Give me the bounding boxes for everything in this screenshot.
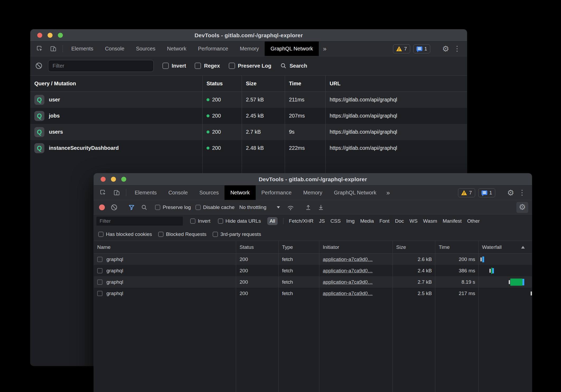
filter-chip-all[interactable]: All xyxy=(267,217,278,225)
close-button[interactable] xyxy=(101,177,106,182)
tab-console[interactable]: Console xyxy=(99,41,130,56)
filter-chip-manifest[interactable]: Manifest xyxy=(443,218,462,224)
table-row[interactable]: QinstanceSecurityDashboard 200 2.48 kB 2… xyxy=(30,140,467,156)
import-har-icon[interactable] xyxy=(302,204,315,211)
record-button[interactable] xyxy=(99,204,105,210)
filter-chip-fetch-xhr[interactable]: Fetch/XHR xyxy=(289,218,314,224)
column-header-waterfall[interactable]: Waterfall xyxy=(478,241,532,253)
tab-network[interactable]: Network xyxy=(161,41,192,56)
warnings-badge[interactable]: 7 xyxy=(458,188,475,197)
throttling-select[interactable]: No throttling xyxy=(239,204,280,210)
column-header-size[interactable]: Size xyxy=(392,241,435,253)
checkbox-box[interactable] xyxy=(195,205,201,210)
filter-chip-media[interactable]: Media xyxy=(360,218,374,224)
row-checkbox[interactable] xyxy=(97,279,102,285)
tab-performance[interactable]: Performance xyxy=(256,185,298,200)
column-header-time[interactable]: Time xyxy=(285,76,325,91)
search-button[interactable]: Search xyxy=(280,62,307,69)
more-tabs-icon[interactable]: » xyxy=(319,41,331,56)
column-header-type[interactable]: Type xyxy=(278,241,319,253)
column-header-status[interactable]: Status xyxy=(236,241,278,253)
search-icon[interactable] xyxy=(138,204,151,211)
has-blocked-cookies-checkbox[interactable]: Has blocked cookies xyxy=(98,231,152,237)
checkbox-box[interactable] xyxy=(162,63,169,69)
table-row[interactable]: Quser 200 2.57 kB 211ms https://gitlab.c… xyxy=(30,92,467,108)
tab-memory[interactable]: Memory xyxy=(297,185,328,200)
regex-checkbox[interactable]: Regex xyxy=(195,63,220,69)
filter-funnel-icon[interactable] xyxy=(125,204,138,211)
minimize-button[interactable] xyxy=(48,33,53,38)
column-header-url[interactable]: URL xyxy=(325,76,467,91)
checkbox-box[interactable] xyxy=(218,218,223,224)
column-header-name[interactable]: Name xyxy=(94,241,236,253)
preserve-log-checkbox[interactable]: Preserve log xyxy=(155,204,191,210)
initiator-link[interactable]: application-a7ca9d0… xyxy=(323,256,373,262)
filter-input[interactable] xyxy=(48,60,154,72)
column-header-initiator[interactable]: Initiator xyxy=(319,241,392,253)
inspect-element-icon[interactable] xyxy=(30,41,46,56)
tab-graphql-network[interactable]: GraphQL Network xyxy=(265,41,319,56)
table-row[interactable]: graphql 200 fetch application-a7ca9d0… 2… xyxy=(94,265,532,276)
table-row[interactable]: Qusers 200 2.7 kB 9s https://gitlab.com/… xyxy=(30,124,467,140)
preserve-log-checkbox[interactable]: Preserve Log xyxy=(229,63,272,69)
third-party-requests-checkbox[interactable]: 3rd-party requests xyxy=(213,231,261,237)
minimize-button[interactable] xyxy=(111,177,116,182)
initiator-link[interactable]: application-a7ca9d0… xyxy=(323,279,373,285)
hide-data-urls-checkbox[interactable]: Hide data URLs xyxy=(218,218,261,224)
checkbox-box[interactable] xyxy=(190,218,195,224)
zoom-button[interactable] xyxy=(58,33,63,38)
column-header-query-mutation[interactable]: Query / Mutation xyxy=(30,76,202,91)
filter-chip-css[interactable]: CSS xyxy=(330,218,341,224)
table-row[interactable]: graphql 200 fetch application-a7ca9d0… 2… xyxy=(94,276,532,288)
filter-input[interactable] xyxy=(96,217,183,226)
tab-sources[interactable]: Sources xyxy=(130,41,161,56)
checkbox-box[interactable] xyxy=(158,232,163,237)
filter-chip-other[interactable]: Other xyxy=(467,218,480,224)
warnings-badge[interactable]: 7 xyxy=(393,44,410,53)
network-conditions-icon[interactable] xyxy=(284,203,297,211)
filter-chip-img[interactable]: Img xyxy=(346,218,355,224)
initiator-link[interactable]: application-a7ca9d0… xyxy=(323,268,373,274)
filter-chip-wasm[interactable]: Wasm xyxy=(423,218,437,224)
row-checkbox[interactable] xyxy=(97,291,102,296)
column-header-time[interactable]: Time xyxy=(435,241,478,253)
table-row[interactable]: graphql 200 fetch application-a7ca9d0… 2… xyxy=(94,254,532,265)
filter-chip-font[interactable]: Font xyxy=(379,218,389,224)
checkbox-box[interactable] xyxy=(98,232,104,237)
clear-icon[interactable] xyxy=(107,204,121,211)
initiator-link[interactable]: application-a7ca9d0… xyxy=(323,291,373,296)
block-icon[interactable] xyxy=(35,62,43,70)
settings-gear-icon[interactable]: ⚙ xyxy=(442,45,449,53)
more-tabs-icon[interactable]: » xyxy=(382,185,394,200)
kebab-menu-icon[interactable]: ⋮ xyxy=(452,45,462,52)
disable-cache-checkbox[interactable]: Disable cache xyxy=(195,204,235,210)
messages-badge[interactable]: 1 xyxy=(413,44,431,53)
tab-memory[interactable]: Memory xyxy=(234,41,265,56)
invert-checkbox[interactable]: Invert xyxy=(162,63,186,69)
filter-chip-doc[interactable]: Doc xyxy=(395,218,404,224)
tab-elements[interactable]: Elements xyxy=(66,41,99,56)
filter-chip-ws[interactable]: WS xyxy=(409,218,418,224)
row-checkbox[interactable] xyxy=(97,268,102,273)
filter-chip-js[interactable]: JS xyxy=(319,218,325,224)
blocked-requests-checkbox[interactable]: Blocked Requests xyxy=(158,231,206,237)
tab-console[interactable]: Console xyxy=(162,185,193,200)
table-row[interactable]: Qjobs 200 2.45 kB 207ms https://gitlab.c… xyxy=(30,108,467,124)
row-checkbox[interactable] xyxy=(97,257,102,262)
messages-badge[interactable]: 1 xyxy=(478,188,495,197)
export-har-icon[interactable] xyxy=(315,204,327,211)
device-toolbar-icon[interactable] xyxy=(46,41,60,56)
tab-network[interactable]: Network xyxy=(225,185,255,200)
checkbox-box[interactable] xyxy=(195,63,201,69)
checkbox-box[interactable] xyxy=(155,205,160,210)
close-button[interactable] xyxy=(37,33,42,38)
tab-sources[interactable]: Sources xyxy=(194,185,225,200)
tab-graphql-network[interactable]: GraphQL Network xyxy=(328,185,382,200)
checkbox-box[interactable] xyxy=(229,63,235,69)
settings-gear-icon[interactable]: ⚙ xyxy=(507,189,514,197)
kebab-menu-icon[interactable]: ⋮ xyxy=(517,189,527,196)
inspect-element-icon[interactable] xyxy=(94,185,110,200)
zoom-button[interactable] xyxy=(121,177,126,182)
checkbox-box[interactable] xyxy=(213,232,218,237)
tab-performance[interactable]: Performance xyxy=(192,41,234,56)
